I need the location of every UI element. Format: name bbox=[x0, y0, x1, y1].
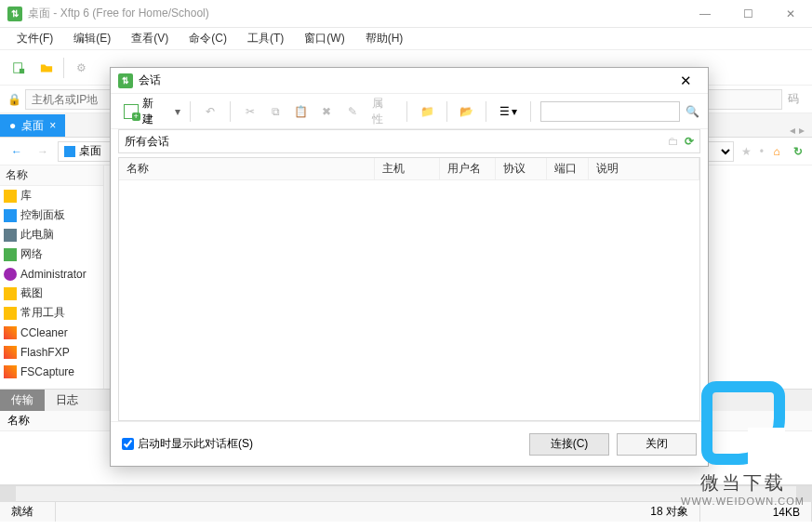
dialog-breadcrumb[interactable]: 所有会话 🗀 ⟳ bbox=[118, 129, 700, 153]
tree-item-this-pc[interactable]: 此电脑 bbox=[0, 225, 103, 245]
new-session-button[interactable]: 新建 bbox=[118, 94, 169, 129]
separator bbox=[230, 101, 231, 122]
tree-panel: 名称 库 控制面板 此电脑 网络 Administrator 截图 常用工具 C… bbox=[0, 165, 104, 389]
tab-prev-icon[interactable]: ◂ bbox=[790, 124, 795, 137]
separator bbox=[406, 101, 407, 122]
dialog-app-icon: ⇅ bbox=[118, 73, 133, 88]
col-proto[interactable]: 协议 bbox=[496, 158, 547, 179]
separator bbox=[446, 101, 447, 122]
statusbar: 就绪 18 对象 14KB bbox=[0, 501, 812, 522]
dialog-close-icon[interactable]: ✕ bbox=[671, 73, 700, 89]
window-title: 桌面 - Xftp 6 (Free for Home/School) bbox=[28, 6, 209, 21]
show-on-start-checkbox[interactable]: 启动时显示此对话框(S) bbox=[122, 436, 253, 452]
separator bbox=[63, 58, 64, 78]
col-user[interactable]: 用户名 bbox=[440, 158, 496, 179]
close-button[interactable]: 关闭 bbox=[617, 433, 697, 456]
new-icon bbox=[124, 104, 139, 119]
app-icon bbox=[4, 326, 17, 339]
separator bbox=[190, 101, 191, 122]
tree-item-administrator[interactable]: Administrator bbox=[0, 264, 103, 284]
cut-icon[interactable]: ✂ bbox=[240, 101, 260, 122]
tree-item-ccleaner[interactable]: CCleaner bbox=[0, 323, 103, 342]
desktop-icon bbox=[64, 146, 75, 157]
connect-button[interactable]: 连接(C) bbox=[529, 433, 609, 456]
copy-icon[interactable]: ⧉ bbox=[265, 101, 286, 122]
menu-file[interactable]: 文件(F) bbox=[9, 29, 60, 48]
new-session-icon[interactable] bbox=[7, 57, 30, 79]
menubar: 文件(F) 编辑(E) 查看(V) 命令(C) 工具(T) 窗口(W) 帮助(H… bbox=[0, 28, 812, 50]
list-body[interactable] bbox=[119, 180, 699, 420]
tree-item-network[interactable]: 网络 bbox=[0, 245, 103, 264]
user-icon bbox=[4, 268, 17, 281]
dropdown-arrow-icon[interactable]: ▾ bbox=[175, 105, 180, 118]
minimize-button[interactable]: — bbox=[684, 0, 726, 28]
folder-icon bbox=[4, 287, 17, 300]
paste-icon[interactable]: 📋 bbox=[291, 101, 312, 122]
tree-item-tools[interactable]: 常用工具 bbox=[0, 303, 103, 323]
menu-window[interactable]: 窗口(W) bbox=[297, 29, 352, 48]
tab-transfer[interactable]: 传输 bbox=[0, 390, 45, 411]
tab-next-icon[interactable]: ▸ bbox=[799, 124, 805, 137]
menu-help[interactable]: 帮助(H) bbox=[358, 29, 411, 48]
app-icon: ⇅ bbox=[7, 7, 22, 21]
search-icon[interactable]: 🔍 bbox=[686, 105, 700, 118]
menu-view[interactable]: 查看(V) bbox=[124, 29, 176, 48]
horizontal-scrollbar[interactable] bbox=[0, 485, 812, 501]
view-mode-dropdown[interactable]: ☰ ▾ bbox=[496, 105, 521, 118]
back-button[interactable]: ← bbox=[6, 140, 28, 163]
col-name[interactable]: 名称 bbox=[119, 158, 375, 179]
dialog-footer: 启动时显示此对话框(S) 连接(C) 关闭 bbox=[111, 421, 708, 466]
delete-icon[interactable]: ✖ bbox=[317, 101, 338, 122]
tree-item-fscapture[interactable]: FSCapture bbox=[0, 362, 103, 381]
tab-log[interactable]: 日志 bbox=[45, 390, 89, 411]
path-box[interactable]: 桌面 bbox=[58, 141, 113, 162]
dialog-titlebar: ⇅ 会话 ✕ bbox=[111, 68, 708, 94]
separator bbox=[486, 101, 486, 122]
folder-icon[interactable]: 📁 bbox=[417, 101, 437, 122]
properties-label[interactable]: 属性 bbox=[368, 96, 398, 127]
maximize-button[interactable]: ☐ bbox=[726, 0, 769, 28]
tab-close-icon[interactable]: × bbox=[49, 119, 56, 132]
refresh-icon[interactable]: ⟳ bbox=[685, 135, 694, 148]
tree-item-screenshots[interactable]: 截图 bbox=[0, 284, 103, 303]
toolbar-undo-icon[interactable]: ↶ bbox=[200, 101, 220, 122]
network-icon bbox=[4, 248, 17, 261]
dialog-title: 会话 bbox=[139, 73, 161, 88]
tab-dot-icon: ● bbox=[9, 119, 16, 132]
col-desc[interactable]: 说明 bbox=[589, 158, 699, 179]
toolbar-icon[interactable]: ⚙ bbox=[70, 57, 92, 79]
col-host[interactable]: 主机 bbox=[375, 158, 440, 179]
status-size: 14KB bbox=[700, 502, 812, 522]
breadcrumb-label: 所有会话 bbox=[125, 134, 169, 150]
tree-item-library[interactable]: 库 bbox=[0, 186, 103, 205]
list-header: 名称 主机 用户名 协议 端口 说明 bbox=[119, 158, 699, 180]
path-label: 桌面 bbox=[79, 143, 101, 159]
up-folder-icon[interactable]: 📂 bbox=[457, 101, 477, 122]
checkbox-input[interactable] bbox=[122, 438, 134, 450]
favorite-icon[interactable]: ★ bbox=[738, 145, 756, 158]
folder-icon bbox=[4, 307, 17, 320]
menu-tool[interactable]: 工具(T) bbox=[240, 29, 291, 48]
menu-edit[interactable]: 编辑(E) bbox=[66, 29, 118, 48]
chevron-down-icon: ▾ bbox=[512, 105, 517, 118]
session-search-input[interactable] bbox=[540, 101, 680, 122]
folder-copy-icon[interactable]: 🗀 bbox=[668, 135, 679, 148]
control-panel-icon bbox=[4, 209, 17, 222]
menu-command[interactable]: 命令(C) bbox=[181, 29, 234, 48]
tree-item-flashfxp[interactable]: FlashFXP bbox=[0, 342, 103, 362]
new-label: 新建 bbox=[142, 96, 164, 127]
tab-desktop[interactable]: ● 桌面 × bbox=[0, 114, 65, 137]
forward-button[interactable]: → bbox=[32, 140, 54, 163]
tree-header-name[interactable]: 名称 bbox=[0, 165, 103, 186]
separator: • bbox=[760, 145, 764, 158]
pc-icon bbox=[4, 229, 17, 242]
open-folder-icon[interactable] bbox=[35, 57, 58, 79]
home-icon[interactable]: ⌂ bbox=[767, 145, 786, 158]
session-list: 名称 主机 用户名 协议 端口 说明 bbox=[118, 157, 700, 421]
refresh-icon[interactable]: ↻ bbox=[790, 145, 806, 158]
tree-item-control-panel[interactable]: 控制面板 bbox=[0, 205, 103, 225]
close-button[interactable]: ✕ bbox=[769, 0, 812, 28]
rename-icon[interactable]: ✎ bbox=[342, 101, 363, 122]
col-port[interactable]: 端口 bbox=[547, 158, 589, 179]
dialog-toolbar: 新建 ▾ ↶ ✂ ⧉ 📋 ✖ ✎ 属性 📁 📂 ☰ ▾ 🔍 bbox=[111, 94, 708, 129]
